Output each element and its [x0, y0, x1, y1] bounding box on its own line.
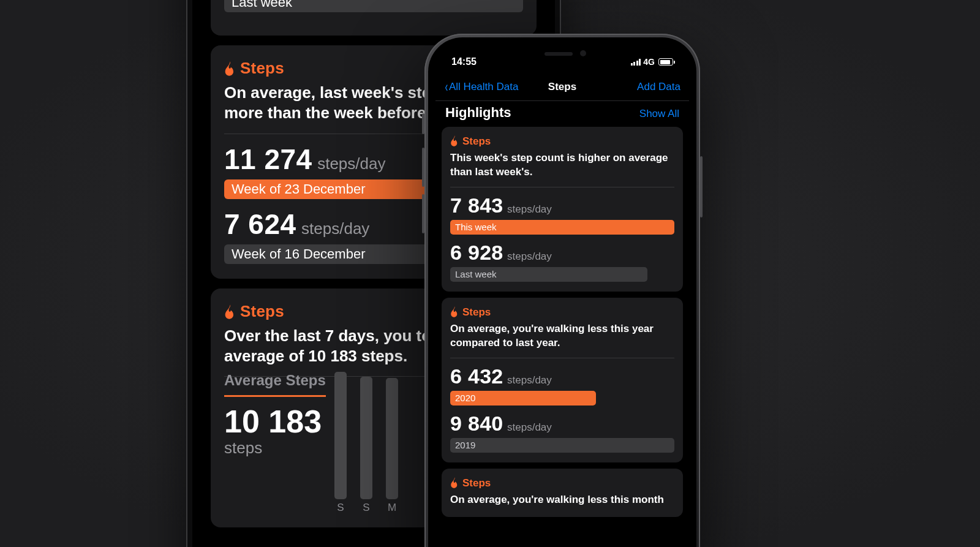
stat-unit: steps/day: [317, 154, 385, 173]
highlight-card-month-compare[interactable]: Steps On average, you're walking less th…: [442, 469, 683, 517]
stat-row-current: 7 843 steps/day This week: [450, 194, 674, 235]
stat-unit: steps/day: [507, 203, 552, 215]
avg-steps-label: Average Steps: [224, 372, 326, 389]
section-name: Steps: [240, 59, 284, 77]
previous-card-tail: Last week: [211, 0, 537, 36]
notch: [498, 45, 627, 63]
highlight-message: On average, you're walking less this yea…: [450, 322, 674, 358]
bar-label-text: Last week: [232, 0, 292, 10]
highlight-card-year-compare[interactable]: Steps On average, you're walking less th…: [442, 298, 683, 462]
flame-icon: [224, 61, 236, 76]
bar-label-text: Week of 23 December: [232, 181, 365, 197]
avg-steps-value: 10 183: [224, 403, 326, 440]
stat-row-previous: 6 928 steps/day Last week: [450, 241, 674, 282]
nav-title: Steps: [548, 81, 576, 93]
section-name: Steps: [462, 306, 491, 318]
stat-value: 9 840: [450, 412, 503, 435]
stat-unit: steps/day: [507, 374, 552, 386]
bar-current: This week: [450, 220, 674, 235]
highlight-card-week-compare[interactable]: Steps This week's step count is higher o…: [442, 127, 683, 292]
show-all-button[interactable]: Show All: [639, 108, 679, 120]
stat-row-current: 6 432 steps/day 2020: [450, 364, 674, 406]
stat-unit: steps/day: [507, 251, 552, 262]
highlight-message: This week's step count is higher on aver…: [450, 151, 674, 187]
status-time: 14:55: [451, 56, 477, 67]
bar-label-text: Last week: [455, 269, 497, 279]
phone-small-mockup: 14:55 4G ‹ All Health Data Steps Add Dat…: [424, 34, 700, 547]
bar-label-text: 2020: [455, 393, 475, 403]
x-label: M: [386, 502, 398, 514]
highlight-message: On average, you're walking less this mon…: [450, 493, 674, 507]
stat-value: 6 928: [450, 241, 503, 264]
bar-label-text: Week of 16 December: [232, 246, 365, 262]
chevron-left-icon: ‹: [445, 78, 448, 96]
section-name: Steps: [462, 477, 491, 489]
back-label: All Health Data: [449, 81, 518, 93]
bar-label: Last week: [224, 0, 523, 12]
bar-label-text: 2019: [455, 440, 475, 450]
bar-previous: Last week: [450, 267, 647, 282]
stat-value: 11 274: [224, 143, 312, 176]
chart-bar: [360, 377, 372, 499]
nav-bar: ‹ All Health Data Steps Add Data: [435, 73, 689, 101]
stat-value: 7 624: [224, 208, 296, 241]
section-name: Steps: [462, 135, 491, 147]
stat-value: 6 432: [450, 364, 503, 388]
avg-steps-unit: steps: [224, 439, 326, 458]
card-section-header: Steps: [450, 135, 674, 148]
network-label: 4G: [643, 57, 655, 67]
flame-icon: [224, 304, 236, 319]
highlights-heading: Highlights: [445, 105, 511, 121]
battery-icon: [658, 58, 673, 66]
avg-line-indicator: [224, 395, 326, 397]
card-section-header: Steps: [450, 306, 674, 319]
back-button[interactable]: ‹ All Health Data: [444, 78, 518, 96]
x-label: S: [334, 502, 347, 514]
flame-icon: [450, 477, 459, 488]
stat-unit: steps/day: [507, 421, 552, 433]
chart-bar: [386, 378, 398, 499]
stat-unit: steps/day: [301, 219, 369, 238]
bar-label-text: This week: [455, 222, 497, 232]
add-data-button[interactable]: Add Data: [637, 81, 680, 93]
section-name: Steps: [240, 302, 284, 320]
scroll-content[interactable]: Highlights Show All Steps This week's st…: [435, 101, 689, 547]
bar-previous: 2019: [450, 438, 674, 453]
x-label: S: [360, 502, 372, 514]
flame-icon: [450, 306, 459, 317]
chart-bar: [334, 372, 347, 499]
bar-current: 2020: [450, 391, 596, 406]
card-section-header: Steps: [450, 477, 674, 489]
chart-bars: [334, 372, 398, 499]
flame-icon: [450, 135, 459, 146]
stat-value: 7 843: [450, 194, 503, 217]
stat-row-previous: 9 840 steps/day 2019: [450, 412, 674, 453]
chart-x-labels: S S M: [334, 502, 398, 514]
cellular-signal-icon: [631, 59, 641, 66]
